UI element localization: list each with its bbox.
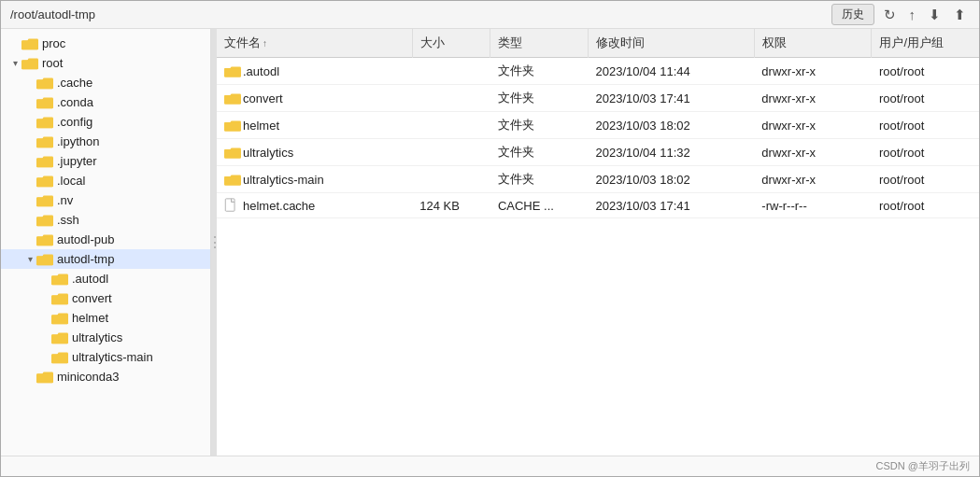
- sidebar-item-label: root: [42, 56, 63, 70]
- cell-modified: 2023/10/03 17:41: [589, 85, 755, 112]
- titlebar: /root/autodl-tmp 历史 ↻ ↑ ⬇ ⬆: [1, 1, 979, 29]
- svg-rect-9: [36, 119, 53, 128]
- col-header-name[interactable]: 文件名 ↑: [217, 29, 412, 58]
- sidebar-item-cache[interactable]: .cache: [1, 73, 210, 92]
- sidebar-item-autodl-sub[interactable]: .autodl: [1, 269, 210, 288]
- sidebar-item-label: proc: [42, 36, 65, 50]
- file-name-text: helmet: [243, 119, 279, 133]
- cell-size: [412, 85, 490, 112]
- folder-icon: [36, 214, 53, 227]
- sidebar-item-label: ultralytics: [72, 330, 122, 344]
- statusbar-text: CSDN @羊羽子出列: [876, 460, 970, 471]
- cell-modified: 2023/10/04 11:44: [589, 58, 755, 85]
- table-row[interactable]: convert 文件夹 2023/10/03 17:41 drwxr-xr-x …: [217, 85, 979, 112]
- sidebar-item-convert-sub[interactable]: convert: [1, 288, 210, 308]
- sidebar-item-ssh[interactable]: .ssh: [1, 210, 210, 230]
- folder-icon: [224, 174, 239, 186]
- svg-rect-38: [224, 121, 241, 131]
- sidebar-item-label: helmet: [72, 311, 108, 325]
- cell-modified: 2023/10/03 17:41: [589, 193, 755, 218]
- file-table: 文件名 ↑ 大小 类型 修改时间: [217, 29, 979, 218]
- folder-icon: [36, 155, 53, 168]
- file-table-header: 文件名 ↑ 大小 类型 修改时间: [217, 29, 979, 58]
- cell-size: [412, 166, 490, 193]
- svg-rect-23: [36, 256, 53, 265]
- svg-rect-17: [36, 197, 53, 206]
- sidebar-item-ultralytics-sub[interactable]: ultralytics: [1, 328, 210, 347]
- sidebar-item-label: ultralytics-main: [72, 350, 153, 364]
- table-row[interactable]: ultralytics 文件夹 2023/10/04 11:32 drwxr-x…: [217, 139, 979, 166]
- download-button[interactable]: ⬇: [925, 7, 944, 23]
- titlebar-actions: 历史 ↻ ↑ ⬇ ⬆: [831, 4, 971, 25]
- cell-modified: 2023/10/03 18:02: [589, 166, 755, 193]
- sidebar-item-label: autodl-pub: [57, 232, 114, 246]
- file-name-text: ultralytics-main: [243, 173, 324, 187]
- table-row[interactable]: helmet.cache 124 KB CACHE ... 2023/10/03…: [217, 193, 979, 218]
- svg-rect-3: [21, 60, 38, 69]
- col-header-type[interactable]: 类型: [490, 29, 589, 58]
- cell-perm: -rw-r--r--: [754, 193, 872, 218]
- file-name-text: .autodl: [243, 64, 279, 78]
- col-header-owner[interactable]: 用户/用户组: [872, 29, 979, 58]
- refresh-icon: ↻: [884, 7, 896, 22]
- sidebar-item-config[interactable]: .config: [1, 112, 210, 132]
- file-icon: [224, 198, 239, 213]
- svg-rect-33: [51, 354, 68, 363]
- svg-rect-31: [51, 334, 68, 344]
- statusbar: CSDN @羊羽子出列: [1, 456, 979, 476]
- svg-rect-29: [51, 315, 68, 324]
- sidebar-item-ultralytics-main-sub[interactable]: ultralytics-main: [1, 347, 210, 367]
- cell-owner: root/root: [872, 166, 979, 193]
- cell-name: helmet: [217, 112, 412, 139]
- sidebar-item-label: .jupyter: [57, 154, 97, 168]
- table-row[interactable]: helmet 文件夹 2023/10/03 18:02 drwxr-xr-x r…: [217, 112, 979, 139]
- refresh-button[interactable]: ↻: [880, 7, 900, 23]
- cell-name: ultralytics: [217, 139, 412, 166]
- sidebar-item-root[interactable]: ▾ root: [1, 53, 210, 73]
- svg-rect-15: [36, 177, 53, 187]
- upload-button[interactable]: ⬆: [950, 7, 970, 23]
- cell-name: .autodl: [217, 58, 412, 85]
- sidebar-item-miniconda3[interactable]: miniconda3: [1, 367, 210, 386]
- sidebar-item-helmet-sub[interactable]: helmet: [1, 308, 210, 328]
- table-row[interactable]: .autodl 文件夹 2023/10/04 11:44 drwxr-xr-x …: [217, 58, 979, 85]
- folder-icon: [36, 253, 53, 266]
- sidebar-item-ipython[interactable]: .ipython: [1, 132, 210, 151]
- folder-icon: [51, 351, 68, 364]
- cell-perm: drwxr-xr-x: [754, 58, 872, 85]
- table-row[interactable]: ultralytics-main 文件夹 2023/10/03 18:02 dr…: [217, 166, 979, 193]
- col-header-modified[interactable]: 修改时间: [589, 29, 755, 58]
- file-name-text: helmet.cache: [243, 199, 315, 213]
- sidebar-item-local[interactable]: .local: [1, 171, 210, 190]
- folder-icon: [51, 312, 68, 325]
- folder-icon: [224, 119, 239, 132]
- cell-type: 文件夹: [490, 85, 589, 112]
- svg-rect-19: [36, 217, 53, 226]
- up-button[interactable]: ↑: [905, 7, 920, 22]
- cell-owner: root/root: [872, 58, 979, 85]
- sidebar-item-autodl-pub[interactable]: autodl-pub: [1, 230, 210, 249]
- col-header-perm[interactable]: 权限: [754, 29, 872, 58]
- sidebar-item-proc[interactable]: proc: [1, 34, 210, 53]
- cell-perm: drwxr-xr-x: [754, 166, 872, 193]
- svg-rect-41: [225, 199, 234, 211]
- cell-type: CACHE ...: [490, 193, 589, 218]
- col-header-size[interactable]: 大小: [412, 29, 490, 58]
- cell-owner: root/root: [872, 139, 979, 166]
- svg-rect-25: [51, 275, 68, 285]
- cell-type: 文件夹: [490, 58, 589, 85]
- cell-type: 文件夹: [490, 112, 589, 139]
- sidebar-item-label: .cache: [57, 76, 92, 90]
- cell-perm: drwxr-xr-x: [754, 85, 872, 112]
- sidebar-item-conda[interactable]: .conda: [1, 92, 210, 112]
- cell-size: 124 KB: [412, 193, 490, 218]
- sidebar-item-label: convert: [72, 291, 112, 305]
- sidebar-item-jupyter[interactable]: .jupyter: [1, 151, 210, 171]
- sidebar-item-autodl-tmp[interactable]: ▾ autodl-tmp: [1, 249, 210, 269]
- sidebar-item-label: .ipython: [57, 134, 100, 148]
- folder-icon: [36, 194, 53, 207]
- sidebar-item-label: .local: [57, 174, 85, 188]
- history-button[interactable]: 历史: [831, 4, 874, 25]
- sidebar-item-label: .nv: [57, 193, 73, 207]
- sidebar-item-nv[interactable]: .nv: [1, 190, 210, 210]
